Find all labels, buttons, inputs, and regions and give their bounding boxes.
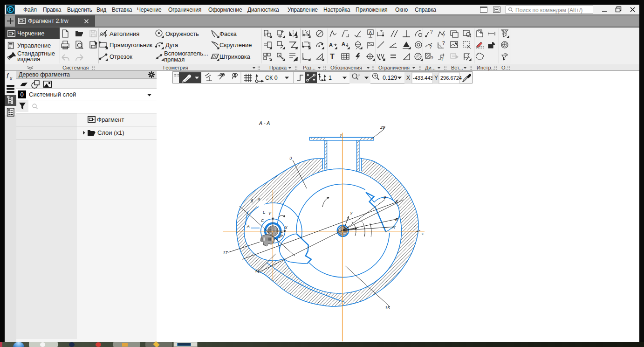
svg-text:T: T [330, 53, 335, 61]
svg-text:X: X [406, 75, 410, 81]
svg-text:Скругление: Скругление [219, 42, 252, 49]
svg-text:?: ? [429, 45, 432, 50]
svg-text:9: 9 [384, 194, 386, 200]
svg-text:296.6724: 296.6724 [440, 75, 462, 81]
svg-text:1: 1 [329, 75, 332, 81]
svg-text:Y: Y [434, 75, 438, 81]
svg-text:?: ? [431, 56, 433, 61]
svg-text:29: 29 [380, 125, 385, 130]
svg-text:А - А: А - А [259, 120, 270, 126]
svg-text:А: А [369, 30, 372, 35]
svg-text:прямая: прямая [164, 56, 185, 63]
svg-text:СК 0: СК 0 [265, 75, 278, 81]
svg-text:0.129: 0.129 [383, 75, 397, 81]
svg-text:X: X [257, 197, 260, 201]
svg-text:С: С [261, 218, 264, 223]
svg-text:X: X [284, 225, 288, 230]
svg-text:Е: Е [263, 210, 266, 215]
svg-text:Отрезок: Отрезок [110, 53, 132, 60]
svg-text:Управление: Управление [17, 42, 51, 49]
svg-text:А: А [329, 42, 333, 48]
svg-text:изделия: изделия [17, 56, 40, 62]
svg-text:Окружность: Окружность [165, 30, 199, 37]
svg-text:Фаска: Фаска [219, 30, 237, 37]
svg-text:X: X [395, 199, 398, 204]
svg-text:-433.443: -433.443 [413, 75, 433, 81]
svg-text:17: 17 [223, 250, 228, 255]
svg-text:А: А [342, 41, 345, 47]
svg-text:?: ? [442, 41, 445, 46]
svg-text:?: ? [441, 56, 444, 62]
svg-text:Е: Е [395, 217, 398, 222]
svg-text:3: 3 [289, 155, 292, 160]
svg-text:?: ? [442, 33, 445, 38]
svg-text:А: А [247, 224, 250, 229]
svg-text:Штриховка: Штриховка [219, 53, 251, 60]
svg-text:с: с [422, 231, 424, 236]
svg-text:Дуга: Дуга [165, 42, 178, 49]
svg-text:Прямоугольник: Прямоугольник [110, 42, 152, 49]
svg-text:?: ? [430, 29, 433, 35]
svg-text:x: x [9, 76, 13, 81]
svg-text:Черчение: Черчение [17, 30, 45, 37]
svg-text:15: 15 [385, 305, 390, 310]
svg-text:Автолиния: Автолиния [110, 30, 139, 37]
svg-text:М: М [255, 268, 259, 273]
svg-text:А: А [391, 224, 395, 229]
